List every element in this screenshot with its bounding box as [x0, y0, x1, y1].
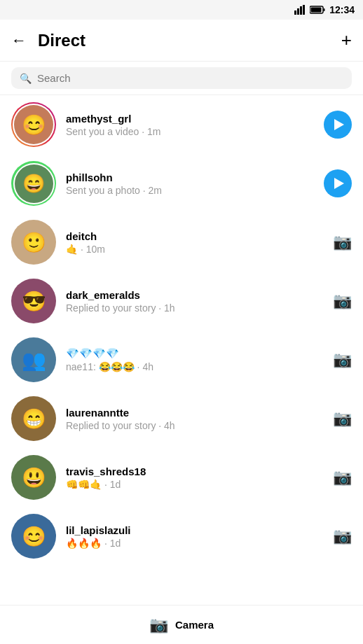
svg-rect-2 — [300, 6, 302, 15]
message-preview: Sent you a photo · 2m — [66, 185, 315, 196]
signal-icon — [294, 5, 306, 15]
message-username: travis_shreds18 — [66, 465, 324, 477]
camera-icon[interactable]: 📷 — [333, 292, 352, 309]
camera-icon: 📷 — [149, 616, 168, 634]
svg-rect-5 — [324, 8, 325, 11]
message-content: amethyst_grlSent you a video · 1m — [66, 113, 315, 137]
message-preview: 👊👊🤙 · 1d — [66, 479, 324, 490]
list-item[interactable]: 😃travis_shreds18👊👊🤙 · 1d📷 — [0, 448, 363, 507]
svg-rect-1 — [297, 8, 299, 15]
avatar: 😄 — [11, 161, 56, 206]
svg-rect-0 — [294, 10, 296, 15]
message-content: deitch🤙 · 10m — [66, 230, 324, 255]
list-item[interactable]: 🙂deitch🤙 · 10m📷 — [0, 213, 363, 272]
list-item[interactable]: 😊lil_lapislazuli🔥🔥🔥 · 1d📷 — [0, 507, 363, 566]
avatar: 😊 — [11, 514, 56, 559]
svg-rect-6 — [311, 8, 322, 13]
camera-icon[interactable]: 📷 — [333, 410, 352, 427]
bottom-camera-bar[interactable]: 📷 Camera — [0, 605, 363, 644]
message-username: 💎💎💎💎 — [66, 347, 324, 360]
list-item[interactable]: 😊 amethyst_grlSent you a video · 1m — [0, 95, 363, 154]
camera-label: Camera — [175, 619, 214, 631]
time-display: 12:34 — [329, 4, 355, 15]
message-action[interactable] — [324, 169, 352, 197]
message-action[interactable]: 📷 — [333, 410, 352, 428]
list-item[interactable]: 😁laurenanntteReplied to your story · 4h📷 — [0, 389, 363, 448]
message-username: phillsohn — [66, 172, 315, 183]
avatar: 😁 — [11, 396, 56, 441]
message-preview: Sent you a video · 1m — [66, 126, 315, 137]
avatar: 😃 — [11, 455, 56, 500]
message-preview: 🔥🔥🔥 · 1d — [66, 538, 324, 549]
play-button[interactable] — [324, 169, 352, 197]
message-content: laurenanntteReplied to your story · 4h — [66, 407, 324, 431]
message-content: travis_shreds18👊👊🤙 · 1d — [66, 465, 324, 490]
avatar: 😊 — [11, 102, 56, 147]
svg-rect-3 — [303, 5, 305, 15]
camera-icon[interactable]: 📷 — [333, 468, 352, 486]
avatar: 😎 — [11, 279, 56, 323]
message-list: 😊 amethyst_grlSent you a video · 1m 😄 ph… — [0, 95, 363, 606]
search-input[interactable] — [37, 72, 343, 84]
status-bar: 12:34 — [0, 0, 363, 20]
avatar: 🙂 — [11, 220, 56, 265]
search-container[interactable]: 🔍 — [11, 67, 352, 89]
message-preview: Replied to your story · 1h — [66, 302, 324, 314]
search-icon: 🔍 — [20, 73, 32, 84]
list-item[interactable]: 😎dark_emeraldsReplied to your story · 1h… — [0, 272, 363, 330]
message-content: lil_lapislazuli🔥🔥🔥 · 1d — [66, 524, 324, 549]
message-username: deitch — [66, 230, 324, 242]
message-content: dark_emeraldsReplied to your story · 1h — [66, 289, 324, 314]
camera-icon[interactable]: 📷 — [333, 527, 352, 545]
list-item[interactable]: 👥💎💎💎💎nae11: 😂😂😂 · 4h📷 — [0, 330, 363, 389]
message-action[interactable]: 📷 — [333, 527, 352, 545]
message-action[interactable]: 📷 — [333, 292, 352, 310]
message-action[interactable]: 📷 — [333, 233, 352, 251]
message-content: phillsohnSent you a photo · 2m — [66, 172, 315, 196]
message-action[interactable] — [324, 111, 352, 139]
battery-icon — [310, 6, 325, 14]
camera-icon[interactable]: 📷 — [333, 351, 352, 368]
header-left: ← Direct — [11, 31, 85, 50]
message-action[interactable]: 📷 — [333, 468, 352, 486]
header: ← Direct + — [0, 20, 363, 62]
new-message-button[interactable]: + — [341, 29, 352, 51]
search-bar: 🔍 — [0, 62, 363, 95]
play-button[interactable] — [324, 111, 352, 139]
camera-icon[interactable]: 📷 — [333, 233, 352, 251]
message-content: 💎💎💎💎nae11: 😂😂😂 · 4h — [66, 347, 324, 372]
message-preview: nae11: 😂😂😂 · 4h — [66, 361, 324, 372]
avatar: 👥 — [11, 337, 56, 382]
message-username: laurenanntte — [66, 407, 324, 419]
message-username: dark_emeralds — [66, 289, 324, 301]
back-button[interactable]: ← — [11, 31, 27, 50]
page-title: Direct — [38, 31, 85, 50]
message-username: lil_lapislazuli — [66, 524, 324, 536]
message-action[interactable]: 📷 — [333, 351, 352, 369]
message-preview: Replied to your story · 4h — [66, 420, 324, 431]
message-preview: 🤙 · 10m — [66, 244, 324, 255]
list-item[interactable]: 😄 phillsohnSent you a photo · 2m — [0, 154, 363, 213]
message-username: amethyst_grl — [66, 113, 315, 125]
